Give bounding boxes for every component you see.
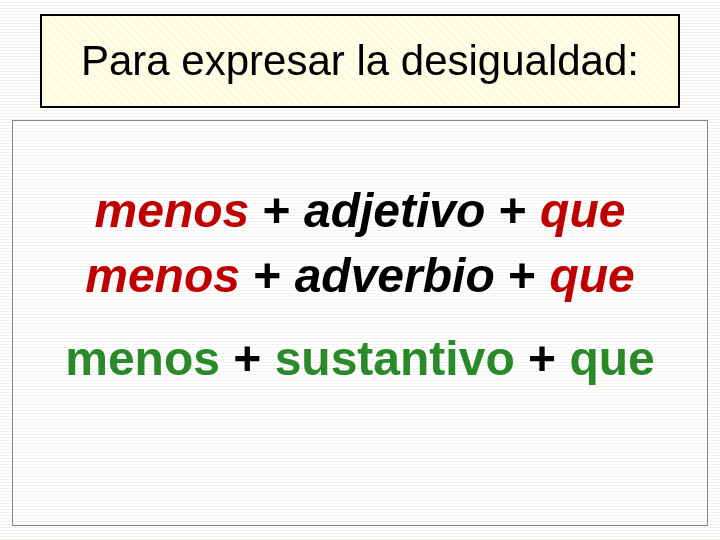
- word-menos: menos: [95, 184, 250, 237]
- formula-line-3: menos + sustantivo + que: [13, 327, 707, 392]
- title-box: Para expresar la desigualdad:: [40, 14, 680, 108]
- word-sustantivo: sustantivo: [275, 332, 515, 385]
- formula-line-1: menos + adjetivo + que: [13, 179, 707, 244]
- plus-sign: +: [485, 184, 540, 237]
- word-menos: menos: [85, 249, 240, 302]
- word-adverbio: adverbio: [295, 249, 495, 302]
- formula-line-2: menos + adverbio + que: [13, 244, 707, 309]
- word-que: que: [549, 249, 634, 302]
- word-adjetivo: adjetivo: [304, 184, 485, 237]
- word-menos: menos: [65, 332, 220, 385]
- word-que: que: [569, 332, 654, 385]
- plus-sign: +: [220, 332, 275, 385]
- plus-sign: +: [495, 249, 550, 302]
- title-text: Para expresar la desigualdad:: [81, 37, 639, 85]
- plus-sign: +: [249, 184, 304, 237]
- content-box: menos + adjetivo + que menos + adverbio …: [12, 120, 708, 526]
- plus-sign: +: [515, 332, 570, 385]
- slide: Para expresar la desigualdad: menos + ad…: [0, 0, 720, 540]
- plus-sign: +: [240, 249, 295, 302]
- word-que: que: [540, 184, 625, 237]
